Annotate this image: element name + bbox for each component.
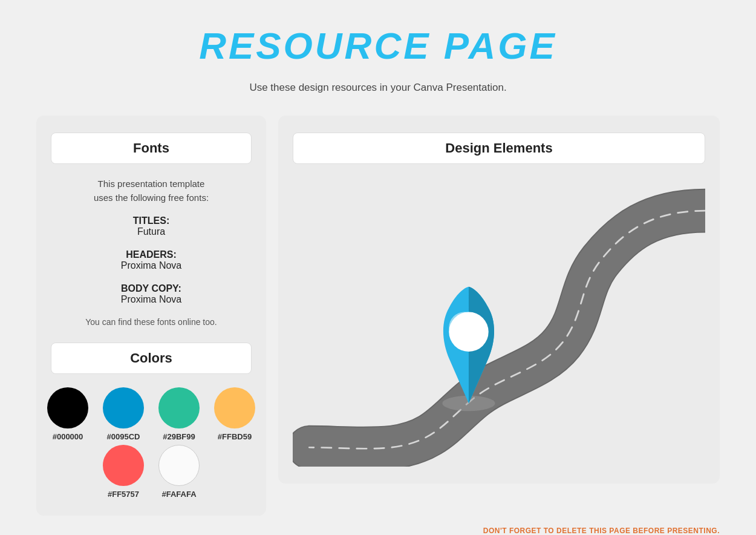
swatch-blue: #0095CD — [103, 387, 144, 441]
swatch-label-green: #29BF99 — [163, 432, 195, 441]
swatch-black: #000000 — [47, 387, 88, 441]
swatch-circle-black — [47, 387, 88, 428]
swatch-circle-blue — [103, 387, 144, 428]
design-elements-label: Design Elements — [293, 133, 705, 164]
swatch-circle-red — [103, 445, 144, 486]
design-elements-area — [293, 164, 705, 467]
headers-label: HEADERS: — [126, 249, 177, 260]
headers-font: Proxima Nova — [51, 260, 252, 271]
swatch-circle-white — [158, 445, 200, 486]
color-swatches: #000000 #0095CD #29BF99 #FFBD59 — [51, 387, 252, 499]
swatch-green: #29BF99 — [158, 387, 200, 441]
svg-point-2 — [449, 312, 480, 343]
body-label: BODY COPY: — [121, 283, 181, 294]
titles-font: Futura — [51, 226, 252, 237]
swatch-label-red: #FF5757 — [108, 490, 139, 499]
headers-font-entry: HEADERS: Proxima Nova — [51, 249, 252, 271]
right-panel: Design Elements — [278, 116, 720, 484]
swatch-label-blue: #0095CD — [107, 432, 140, 441]
page-subtitle: Use these design resources in your Canva… — [36, 82, 720, 94]
swatch-circle-yellow — [214, 387, 255, 428]
swatch-red: #FF5757 — [103, 445, 144, 499]
titles-label: TITLES: — [133, 215, 169, 226]
swatch-circle-green — [158, 387, 200, 428]
fonts-label: Fonts — [51, 133, 252, 164]
swatch-row-2: #FF5757 #FAFAFA — [103, 445, 200, 499]
fonts-description: This presentation template uses the foll… — [51, 177, 252, 205]
swatch-label-yellow: #FFBD59 — [218, 432, 252, 441]
fonts-note: You can find these fonts online too. — [51, 317, 252, 327]
design-svg — [293, 164, 705, 467]
left-panel: Fonts This presentation template uses th… — [36, 116, 266, 516]
footer-note: DON'T FORGET TO DELETE THIS PAGE BEFORE … — [483, 527, 720, 535]
swatch-row-1: #000000 #0095CD #29BF99 #FFBD59 — [47, 387, 255, 441]
swatch-label-white: #FAFAFA — [161, 490, 196, 499]
swatch-white: #FAFAFA — [158, 445, 200, 499]
swatch-label-black: #000000 — [53, 432, 83, 441]
colors-label: Colors — [51, 343, 252, 374]
body-font-entry: BODY COPY: Proxima Nova — [51, 283, 252, 305]
page-title: RESOURCE PAGE — [36, 24, 720, 67]
panels-row: Fonts This presentation template uses th… — [36, 116, 720, 516]
swatch-yellow: #FFBD59 — [214, 387, 255, 441]
body-font: Proxima Nova — [51, 294, 252, 305]
titles-font-entry: TITLES: Futura — [51, 215, 252, 237]
